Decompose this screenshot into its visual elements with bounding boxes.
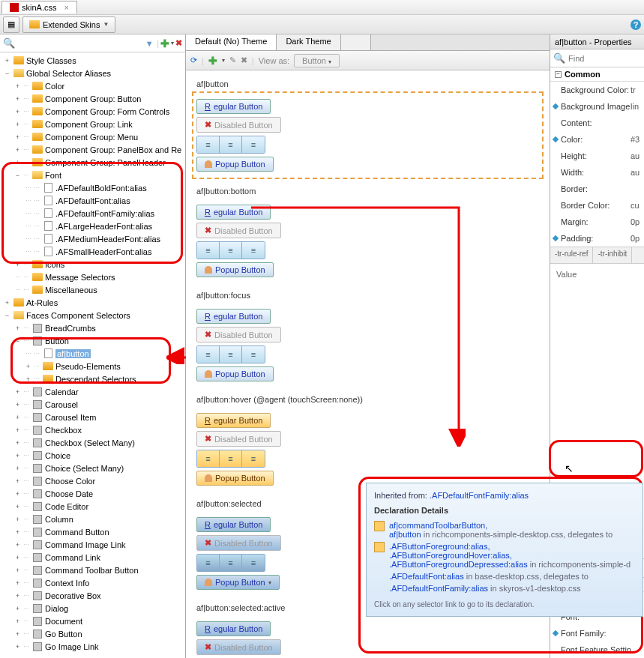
- delete-icon[interactable]: ✖: [175, 38, 182, 48]
- tab-blank[interactable]: [341, 34, 371, 50]
- tree-item[interactable]: +⋯Icons: [0, 258, 185, 271]
- expand-icon[interactable]: +: [13, 465, 22, 472]
- align-right-button[interactable]: ≡: [242, 450, 265, 467]
- popup-button[interactable]: Popup Button: [196, 471, 274, 486]
- inherited-link[interactable]: .AFDefaultFontFamily:alias: [430, 491, 529, 500]
- expand-icon[interactable]: +: [13, 401, 22, 408]
- align-center-button[interactable]: ≡: [220, 555, 242, 571]
- align-left-button[interactable]: ≡: [197, 555, 220, 571]
- expand-icon[interactable]: +: [13, 439, 22, 447]
- popup-button[interactable]: Popup Button: [196, 157, 274, 172]
- selector-link[interactable]: .AFButtonForegroundHover:alias,: [389, 551, 512, 560]
- expand-icon[interactable]: +: [3, 57, 11, 64]
- align-right-button[interactable]: ≡: [242, 242, 265, 259]
- expand-icon[interactable]: +: [24, 375, 32, 383]
- tree-item[interactable]: ⋯⋯Miscellaneous: [0, 283, 185, 296]
- expand-icon[interactable]: +: [13, 388, 22, 396]
- tree-item[interactable]: +⋯Go Button: [0, 627, 185, 640]
- align-center-button[interactable]: ≡: [220, 450, 242, 467]
- expand-icon[interactable]: +: [13, 159, 22, 166]
- property-row[interactable]: Color:#3: [550, 131, 644, 148]
- tree-item[interactable]: ⋯⋯Message Selectors: [0, 271, 185, 283]
- tree-item[interactable]: +⋯Component Group: PanelBox and Re: [0, 143, 185, 156]
- tree-item[interactable]: +⋯Choose Color: [0, 474, 185, 487]
- collapse-icon[interactable]: −: [555, 71, 562, 78]
- expand-icon[interactable]: +: [13, 630, 22, 638]
- tree-item[interactable]: +⋯Code Editor: [0, 500, 185, 513]
- regular-button[interactable]: Regular Button: [196, 413, 271, 428]
- align-left-button[interactable]: ≡: [197, 346, 220, 363]
- property-value[interactable]: 0p: [631, 217, 641, 226]
- common-section-header[interactable]: − Common: [550, 67, 644, 82]
- tab-default-theme[interactable]: Default (No) Theme: [186, 34, 277, 50]
- expand-icon[interactable]: +: [24, 363, 32, 370]
- tab-tr-inhibit[interactable]: -tr-inhibit: [593, 247, 632, 263]
- property-row[interactable]: Height:au: [550, 148, 644, 164]
- tree-item[interactable]: +⋯Checkbox: [0, 423, 185, 436]
- file-tab[interactable]: skinA.css ×: [1, 1, 77, 13]
- selector-tree[interactable]: +Style Classes−Global Selector Aliases+⋯…: [0, 52, 185, 658]
- tree-item[interactable]: +⋯Command Toolbar Button: [0, 564, 185, 576]
- expand-icon[interactable]: +: [13, 414, 22, 421]
- regular-button[interactable]: Regular Button: [196, 309, 271, 324]
- expand-icon[interactable]: +: [13, 592, 22, 600]
- expand-icon[interactable]: +: [13, 503, 22, 510]
- tab-dark-theme[interactable]: Dark Theme: [277, 34, 340, 50]
- property-row[interactable]: Margin:0p: [550, 214, 644, 230]
- property-row[interactable]: Background Image:lin: [550, 98, 644, 115]
- tree-item[interactable]: ⋯⋯.AFMediumHeaderFont:alias: [0, 232, 185, 245]
- expand-icon[interactable]: +: [13, 477, 22, 485]
- tree-item[interactable]: +⋯Dialog: [0, 602, 185, 615]
- regular-button[interactable]: Regular Button: [196, 99, 271, 114]
- tree-item[interactable]: +⋯Component Group: Form Controls: [0, 105, 185, 118]
- expand-icon[interactable]: +: [13, 554, 22, 561]
- property-row[interactable]: Padding:0p: [550, 230, 644, 247]
- property-value[interactable]: #3: [631, 135, 641, 144]
- tree-item[interactable]: +⋯Carousel Item: [0, 411, 185, 423]
- regular-button[interactable]: Regular Button: [196, 517, 271, 532]
- tree-item[interactable]: +⋯Descendant Selectors: [0, 372, 185, 385]
- expand-icon[interactable]: +: [13, 426, 22, 434]
- popup-button[interactable]: Popup Button: [196, 366, 274, 381]
- regular-button[interactable]: Regular Button: [196, 205, 271, 220]
- property-row[interactable]: Font Feature Settin: [550, 642, 644, 658]
- expand-icon[interactable]: +: [13, 95, 22, 103]
- expand-icon[interactable]: +: [13, 516, 22, 523]
- expand-icon[interactable]: +: [13, 261, 22, 268]
- tree-item[interactable]: +⋯Column: [0, 513, 185, 525]
- expand-icon[interactable]: +: [13, 133, 22, 141]
- tree-item[interactable]: +⋯Choice: [0, 449, 185, 462]
- expand-icon[interactable]: +: [13, 82, 22, 90]
- property-value[interactable]: cu: [631, 201, 641, 210]
- align-center-button[interactable]: ≡: [220, 242, 242, 259]
- popup-button[interactable]: Popup Button ▾: [196, 575, 280, 590]
- add-icon[interactable]: ✚: [208, 55, 217, 67]
- tree-item[interactable]: +⋯Document: [0, 615, 185, 627]
- tree-item[interactable]: +⋯Choice (Select Many): [0, 462, 185, 474]
- selector-link[interactable]: .AFButtonForeground:alias,: [389, 542, 490, 551]
- tree-item[interactable]: ⋯⋯.AFDefaultFontFamily:alias: [0, 207, 185, 220]
- expand-icon[interactable]: +: [13, 452, 22, 459]
- expand-icon[interactable]: +: [13, 579, 22, 587]
- tree-item[interactable]: +⋯Checkbox (Select Many): [0, 436, 185, 449]
- tree-item[interactable]: +⋯Calendar: [0, 385, 185, 398]
- property-row[interactable]: Border Color:cu: [550, 197, 644, 214]
- align-center-button[interactable]: ≡: [220, 136, 242, 153]
- selector-link[interactable]: af|button: [389, 530, 421, 539]
- tree-item[interactable]: ⋯⋯.AFDefaultBoldFont:alias: [0, 181, 185, 194]
- align-left-button[interactable]: ≡: [197, 450, 220, 467]
- delete-icon[interactable]: ✖: [241, 55, 247, 65]
- refresh-icon[interactable]: ⟳: [190, 55, 197, 65]
- chevron-down-icon[interactable]: ▾: [171, 40, 174, 46]
- tree-item[interactable]: −⋯Button: [0, 334, 185, 347]
- regular-button[interactable]: Regular Button: [196, 621, 271, 636]
- property-value[interactable]: 0p: [631, 234, 641, 243]
- expand-icon[interactable]: −: [13, 337, 22, 345]
- tab-tr-rule-ref[interactable]: -tr-rule-ref: [550, 247, 593, 263]
- expand-icon[interactable]: −: [13, 172, 22, 179]
- align-right-button[interactable]: ≡: [242, 136, 265, 153]
- property-row[interactable]: Font Family:: [550, 625, 644, 642]
- align-left-button[interactable]: ≡: [197, 242, 220, 259]
- property-row[interactable]: Content:: [550, 115, 644, 131]
- expand-icon[interactable]: +: [13, 108, 22, 115]
